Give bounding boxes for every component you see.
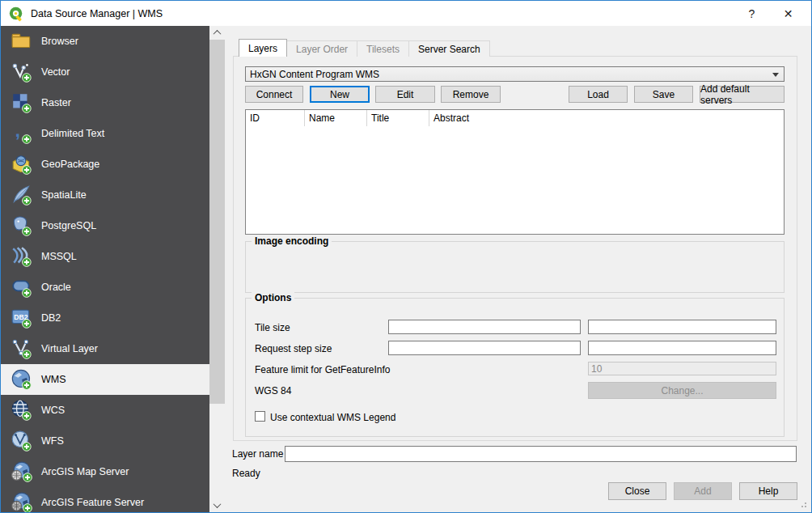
virtual-layer-icon <box>11 337 33 360</box>
remove-button[interactable]: Remove <box>441 86 501 103</box>
save-button[interactable]: Save <box>634 86 693 103</box>
sidebar-item-db2[interactable]: DB2 DB2 <box>1 303 209 333</box>
feature-limit-input <box>588 362 776 375</box>
sidebar-item-wfs[interactable]: WFS <box>1 426 209 456</box>
sidebar-item-mssql[interactable]: MSSQL <box>1 241 209 272</box>
sidebar-item-label: PostgreSQL <box>41 220 96 231</box>
button-label: Edit <box>397 89 414 100</box>
button-label: Remove <box>453 89 489 100</box>
geopackage-icon <box>11 153 33 176</box>
server-connection-select[interactable]: HxGN Content Program WMS <box>245 66 785 82</box>
tab-layers[interactable]: Layers <box>239 39 287 57</box>
selected-connection-label: HxGN Content Program WMS <box>250 69 379 80</box>
db2-icon: DB2 <box>11 307 33 329</box>
tile-height-input[interactable] <box>588 320 776 334</box>
layer-name-label: Layer name <box>232 448 283 460</box>
sidebar-item-label: Oracle <box>41 282 71 293</box>
sidebar-item-label: SpatiaLite <box>41 189 87 201</box>
sidebar-item-label: WMS <box>41 374 66 385</box>
sidebar-item-label: Virtual Layer <box>41 343 98 354</box>
arcgis-feature-server-icon <box>11 491 33 512</box>
step-width-input[interactable] <box>388 341 581 355</box>
add-default-servers-button[interactable]: Add default servers <box>700 86 785 103</box>
edit-button[interactable]: Edit <box>375 86 435 103</box>
button-label: Load <box>587 89 609 100</box>
sidebar-item-arcgis-feature-server[interactable]: ArcGIS Feature Server <box>1 487 209 512</box>
button-label: Close <box>625 485 650 497</box>
tile-width-input[interactable] <box>388 320 581 334</box>
new-button[interactable]: New <box>310 86 370 103</box>
sidebar-scrollbar[interactable] <box>209 26 225 512</box>
window-title: Data Source Manager | WMS <box>31 8 163 19</box>
button-label: Save <box>653 89 675 100</box>
sidebar-item-label: Raster <box>41 97 71 108</box>
layer-name-input[interactable] <box>285 446 797 462</box>
layers-table-header: ID Name Title Abstract <box>246 110 784 126</box>
image-encoding-group: Image encoding <box>245 241 785 293</box>
feature-limit-label: Feature limit for GetFeatureInfo <box>255 364 390 375</box>
column-header-name[interactable]: Name <box>305 110 367 126</box>
tab-label: Tilesets <box>366 44 400 55</box>
close-button[interactable]: Close <box>608 482 666 500</box>
button-label: Connect <box>256 89 293 100</box>
layers-table: ID Name Title Abstract <box>245 109 785 235</box>
group-title: Options <box>252 292 294 303</box>
tab-label: Server Search <box>418 44 480 55</box>
sidebar-item-wms[interactable]: WMS <box>1 364 209 395</box>
column-label: ID <box>250 112 260 124</box>
column-header-id[interactable]: ID <box>246 110 305 126</box>
sidebar-item-arcgis-map-server[interactable]: ArcGIS Map Server <box>1 456 209 487</box>
column-label: Name <box>309 112 335 124</box>
tab-label: Layer Order <box>296 44 348 55</box>
sidebar-item-label: MSSQL <box>41 251 77 262</box>
source-type-sidebar: Browser Vector Raster , <box>1 26 209 512</box>
scroll-up-icon[interactable] <box>209 26 225 40</box>
elephant-icon <box>11 214 33 237</box>
group-title: Image encoding <box>252 235 332 247</box>
sidebar-item-oracle[interactable]: Oracle <box>1 272 209 303</box>
button-label: Help <box>759 485 779 497</box>
tab-tilesets: Tilesets <box>357 40 409 57</box>
column-header-title[interactable]: Title <box>367 110 429 126</box>
mssql-icon <box>11 245 33 268</box>
sidebar-item-label: Browser <box>41 36 78 47</box>
sidebar-item-geopackage[interactable]: GeoPackage <box>1 149 209 180</box>
sidebar-item-spatialite[interactable]: SpatiaLite <box>1 180 209 210</box>
sidebar-item-browser[interactable]: Browser <box>1 26 209 57</box>
sidebar-item-virtual-layer[interactable]: Virtual Layer <box>1 333 209 364</box>
button-label: New <box>330 89 349 100</box>
help-button[interactable]: Help <box>739 482 797 500</box>
button-label: Add <box>694 485 711 497</box>
feather-icon <box>11 184 33 206</box>
resize-grip-icon[interactable] <box>798 499 806 507</box>
tab-strip: Layers Layer Order Tilesets Server Searc… <box>239 39 489 57</box>
crs-label: WGS 84 <box>255 385 291 396</box>
scroll-down-icon[interactable] <box>209 498 225 512</box>
sidebar-item-label: WFS <box>41 435 64 447</box>
sidebar-item-vector[interactable]: Vector <box>1 57 209 87</box>
scrollbar-thumb[interactable] <box>209 40 225 404</box>
svg-text:,: , <box>15 122 20 141</box>
comma-icon: , <box>11 122 33 145</box>
connect-button[interactable]: Connect <box>245 86 303 103</box>
sidebar-item-label: Vector <box>41 66 70 78</box>
vector-icon <box>11 61 33 83</box>
sidebar-item-label: Delimited Text <box>41 128 104 139</box>
tile-size-label: Tile size <box>255 322 290 333</box>
tab-server-search[interactable]: Server Search <box>408 40 490 57</box>
wms-panel: Layers Layer Order Tilesets Server Searc… <box>225 26 811 512</box>
sidebar-item-raster[interactable]: Raster <box>1 87 209 118</box>
sidebar-item-postgresql[interactable]: PostgreSQL <box>1 210 209 241</box>
column-header-abstract[interactable]: Abstract <box>429 110 784 126</box>
help-titlebar-button[interactable]: ? <box>734 1 770 26</box>
wms-globe-icon <box>11 368 33 391</box>
contextual-legend-label: Use contextual WMS Legend <box>270 412 395 423</box>
button-label: Change... <box>661 385 703 396</box>
step-height-input[interactable] <box>588 341 776 355</box>
contextual-legend-checkbox[interactable] <box>255 411 265 422</box>
close-titlebar-button[interactable]: ✕ <box>770 1 806 26</box>
sidebar-item-label: ArcGIS Feature Server <box>41 497 144 508</box>
sidebar-item-wcs[interactable]: WCS <box>1 395 209 426</box>
load-button[interactable]: Load <box>569 86 628 103</box>
sidebar-item-delimited-text[interactable]: , Delimited Text <box>1 118 209 149</box>
